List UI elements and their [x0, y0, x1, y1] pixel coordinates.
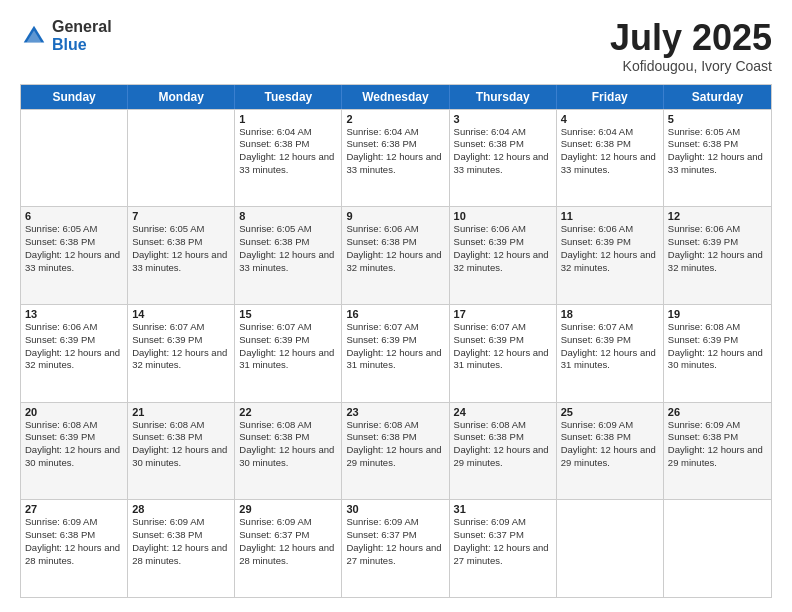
calendar-cell: 19Sunrise: 6:08 AMSunset: 6:39 PMDayligh…	[664, 305, 771, 402]
calendar-cell: 9Sunrise: 6:06 AMSunset: 6:38 PMDaylight…	[342, 207, 449, 304]
day-number: 21	[132, 406, 230, 418]
header-day-monday: Monday	[128, 85, 235, 109]
daylight-text: Daylight: 12 hours and 30 minutes.	[132, 444, 230, 470]
daylight-text: Daylight: 12 hours and 29 minutes.	[668, 444, 767, 470]
day-number: 13	[25, 308, 123, 320]
daylight-text: Daylight: 12 hours and 32 minutes.	[132, 347, 230, 373]
month-year: July 2025	[610, 18, 772, 58]
sunset-text: Sunset: 6:39 PM	[25, 334, 123, 347]
sunset-text: Sunset: 6:39 PM	[454, 334, 552, 347]
location: Kofidougou, Ivory Coast	[610, 58, 772, 74]
calendar-cell: 17Sunrise: 6:07 AMSunset: 6:39 PMDayligh…	[450, 305, 557, 402]
sunrise-text: Sunrise: 6:04 AM	[239, 126, 337, 139]
calendar-cell: 25Sunrise: 6:09 AMSunset: 6:38 PMDayligh…	[557, 403, 664, 500]
calendar-cell: 8Sunrise: 6:05 AMSunset: 6:38 PMDaylight…	[235, 207, 342, 304]
sunset-text: Sunset: 6:38 PM	[239, 236, 337, 249]
sunset-text: Sunset: 6:39 PM	[668, 334, 767, 347]
sunset-text: Sunset: 6:38 PM	[132, 236, 230, 249]
daylight-text: Daylight: 12 hours and 27 minutes.	[346, 542, 444, 568]
sunset-text: Sunset: 6:37 PM	[454, 529, 552, 542]
sunrise-text: Sunrise: 6:09 AM	[346, 516, 444, 529]
sunset-text: Sunset: 6:39 PM	[25, 431, 123, 444]
sunset-text: Sunset: 6:38 PM	[346, 236, 444, 249]
daylight-text: Daylight: 12 hours and 29 minutes.	[454, 444, 552, 470]
daylight-text: Daylight: 12 hours and 31 minutes.	[346, 347, 444, 373]
daylight-text: Daylight: 12 hours and 31 minutes.	[561, 347, 659, 373]
calendar-cell: 1Sunrise: 6:04 AMSunset: 6:38 PMDaylight…	[235, 110, 342, 207]
sunrise-text: Sunrise: 6:05 AM	[25, 223, 123, 236]
day-number: 19	[668, 308, 767, 320]
sunrise-text: Sunrise: 6:08 AM	[25, 419, 123, 432]
sunset-text: Sunset: 6:38 PM	[25, 236, 123, 249]
calendar-cell: 3Sunrise: 6:04 AMSunset: 6:38 PMDaylight…	[450, 110, 557, 207]
sunset-text: Sunset: 6:38 PM	[239, 431, 337, 444]
calendar-cell: 16Sunrise: 6:07 AMSunset: 6:39 PMDayligh…	[342, 305, 449, 402]
calendar-cell: 20Sunrise: 6:08 AMSunset: 6:39 PMDayligh…	[21, 403, 128, 500]
daylight-text: Daylight: 12 hours and 32 minutes.	[454, 249, 552, 275]
sunset-text: Sunset: 6:38 PM	[561, 431, 659, 444]
day-number: 26	[668, 406, 767, 418]
sunrise-text: Sunrise: 6:08 AM	[132, 419, 230, 432]
daylight-text: Daylight: 12 hours and 27 minutes.	[454, 542, 552, 568]
daylight-text: Daylight: 12 hours and 31 minutes.	[239, 347, 337, 373]
daylight-text: Daylight: 12 hours and 33 minutes.	[668, 151, 767, 177]
day-number: 20	[25, 406, 123, 418]
calendar-cell: 4Sunrise: 6:04 AMSunset: 6:38 PMDaylight…	[557, 110, 664, 207]
calendar-cell: 28Sunrise: 6:09 AMSunset: 6:38 PMDayligh…	[128, 500, 235, 597]
sunrise-text: Sunrise: 6:06 AM	[25, 321, 123, 334]
day-number: 22	[239, 406, 337, 418]
sunrise-text: Sunrise: 6:07 AM	[239, 321, 337, 334]
sunrise-text: Sunrise: 6:04 AM	[454, 126, 552, 139]
calendar-week-5: 27Sunrise: 6:09 AMSunset: 6:38 PMDayligh…	[21, 499, 771, 597]
calendar-cell: 26Sunrise: 6:09 AMSunset: 6:38 PMDayligh…	[664, 403, 771, 500]
calendar-cell: 6Sunrise: 6:05 AMSunset: 6:38 PMDaylight…	[21, 207, 128, 304]
sunrise-text: Sunrise: 6:05 AM	[132, 223, 230, 236]
calendar-cell: 29Sunrise: 6:09 AMSunset: 6:37 PMDayligh…	[235, 500, 342, 597]
calendar-body: 1Sunrise: 6:04 AMSunset: 6:38 PMDaylight…	[21, 109, 771, 597]
sunset-text: Sunset: 6:38 PM	[668, 431, 767, 444]
logo-blue: Blue	[52, 36, 112, 54]
day-number: 8	[239, 210, 337, 222]
sunrise-text: Sunrise: 6:06 AM	[346, 223, 444, 236]
day-number: 15	[239, 308, 337, 320]
day-number: 16	[346, 308, 444, 320]
sunrise-text: Sunrise: 6:07 AM	[346, 321, 444, 334]
header: General Blue July 2025 Kofidougou, Ivory…	[20, 18, 772, 74]
daylight-text: Daylight: 12 hours and 32 minutes.	[561, 249, 659, 275]
day-number: 29	[239, 503, 337, 515]
sunrise-text: Sunrise: 6:09 AM	[239, 516, 337, 529]
sunset-text: Sunset: 6:39 PM	[346, 334, 444, 347]
calendar-cell: 27Sunrise: 6:09 AMSunset: 6:38 PMDayligh…	[21, 500, 128, 597]
calendar-cell: 24Sunrise: 6:08 AMSunset: 6:38 PMDayligh…	[450, 403, 557, 500]
daylight-text: Daylight: 12 hours and 33 minutes.	[346, 151, 444, 177]
day-number: 4	[561, 113, 659, 125]
sunset-text: Sunset: 6:38 PM	[668, 138, 767, 151]
sunrise-text: Sunrise: 6:04 AM	[561, 126, 659, 139]
sunrise-text: Sunrise: 6:09 AM	[668, 419, 767, 432]
logo-text: General Blue	[52, 18, 112, 53]
daylight-text: Daylight: 12 hours and 28 minutes.	[25, 542, 123, 568]
day-number: 27	[25, 503, 123, 515]
title-block: July 2025 Kofidougou, Ivory Coast	[610, 18, 772, 74]
calendar-cell: 7Sunrise: 6:05 AMSunset: 6:38 PMDaylight…	[128, 207, 235, 304]
sunset-text: Sunset: 6:38 PM	[239, 138, 337, 151]
sunset-text: Sunset: 6:39 PM	[132, 334, 230, 347]
calendar-cell	[21, 110, 128, 207]
calendar-week-1: 1Sunrise: 6:04 AMSunset: 6:38 PMDaylight…	[21, 109, 771, 207]
sunrise-text: Sunrise: 6:06 AM	[454, 223, 552, 236]
daylight-text: Daylight: 12 hours and 31 minutes.	[454, 347, 552, 373]
day-number: 14	[132, 308, 230, 320]
sunset-text: Sunset: 6:38 PM	[454, 138, 552, 151]
sunset-text: Sunset: 6:38 PM	[346, 431, 444, 444]
logo-icon	[20, 22, 48, 50]
calendar-header: SundayMondayTuesdayWednesdayThursdayFrid…	[21, 85, 771, 109]
sunrise-text: Sunrise: 6:06 AM	[668, 223, 767, 236]
calendar-week-4: 20Sunrise: 6:08 AMSunset: 6:39 PMDayligh…	[21, 402, 771, 500]
day-number: 18	[561, 308, 659, 320]
sunset-text: Sunset: 6:37 PM	[239, 529, 337, 542]
daylight-text: Daylight: 12 hours and 33 minutes.	[239, 151, 337, 177]
sunset-text: Sunset: 6:39 PM	[561, 334, 659, 347]
day-number: 25	[561, 406, 659, 418]
calendar-cell: 22Sunrise: 6:08 AMSunset: 6:38 PMDayligh…	[235, 403, 342, 500]
header-day-thursday: Thursday	[450, 85, 557, 109]
